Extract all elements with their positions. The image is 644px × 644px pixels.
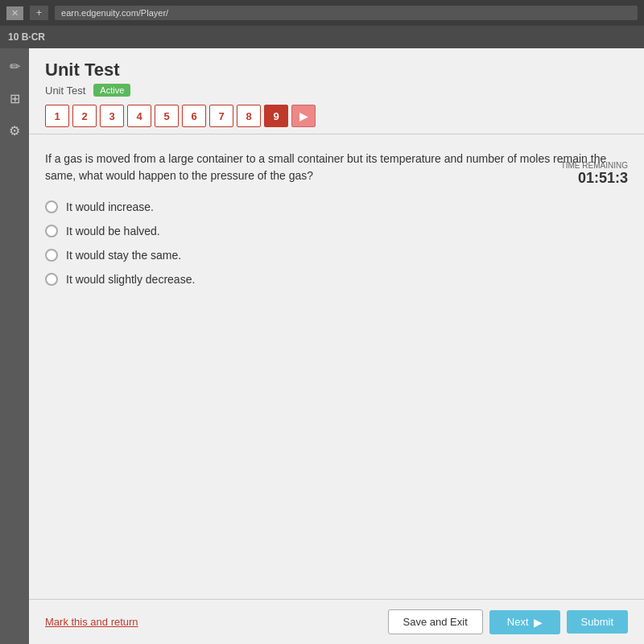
close-tab-button[interactable]: ✕ (6, 6, 23, 20)
question-nav-btn-4[interactable]: 4 (127, 105, 151, 127)
answer-option-1[interactable]: It would increase. (45, 200, 628, 213)
subtitle-row: Unit Test Active (45, 84, 628, 97)
radio-4[interactable] (45, 273, 58, 286)
status-badge: Active (93, 84, 130, 97)
question-nav-btn-6[interactable]: 6 (182, 105, 206, 127)
timer-value: 01:51:3 (561, 170, 628, 187)
content-header: Unit Test Unit Test Active 123456789▶ (29, 48, 644, 134)
question-nav-btn-2[interactable]: 2 (72, 105, 97, 127)
timer-label: TIME REMAINING (561, 161, 628, 170)
answer-text-1: It would increase. (66, 200, 154, 213)
question-nav-btn-7[interactable]: 7 (209, 105, 233, 127)
content-footer: Mark this and return Save and Exit Next … (29, 599, 644, 644)
sidebar: ✏ ⊞ ⚙ (0, 48, 29, 644)
course-code: 10 B·CR (8, 31, 45, 43)
content-area: Unit Test Unit Test Active 123456789▶ TI… (29, 48, 644, 644)
next-arrow-icon: ▶ (534, 616, 543, 629)
calculator-icon[interactable]: ⊞ (5, 89, 24, 108)
answer-option-2[interactable]: It would be halved. (45, 225, 628, 237)
subtitle-label: Unit Test (45, 85, 85, 97)
next-button[interactable]: Next ▶ (489, 610, 560, 634)
timer-area: TIME REMAINING 01:51:3 (561, 161, 628, 187)
next-label: Next (507, 616, 529, 628)
page-title: Unit Test (45, 60, 628, 80)
question-nav: 123456789▶ (45, 105, 628, 127)
question-nav-btn-8[interactable]: 8 (237, 105, 261, 127)
question-text: If a gas is moved from a large container… (45, 151, 628, 184)
address-bar: earn.edgenuity.com/Player/ (55, 6, 638, 20)
submit-button[interactable]: Submit (567, 610, 628, 634)
question-nav-btn-1[interactable]: 1 (45, 105, 69, 127)
gear-icon[interactable]: ⚙ (5, 121, 24, 140)
browser-bar: ✕ + earn.edgenuity.com/Player/ (0, 0, 644, 26)
answer-text-2: It would be halved. (66, 225, 160, 237)
question-body: If a gas is moved from a large container… (29, 134, 644, 599)
new-tab-button[interactable]: + (30, 6, 48, 20)
radio-1[interactable] (45, 200, 58, 213)
question-nav-btn-9[interactable]: 9 (264, 105, 288, 127)
answer-option-4[interactable]: It would slightly decrease. (45, 273, 628, 286)
main-layout: ✏ ⊞ ⚙ Unit Test Unit Test Active 1234567… (0, 48, 644, 644)
radio-2[interactable] (45, 225, 58, 237)
question-nav-next-arrow[interactable]: ▶ (291, 105, 316, 127)
footer-buttons: Save and Exit Next ▶ Submit (388, 609, 628, 634)
pencil-icon[interactable]: ✏ (5, 56, 24, 76)
save-exit-button[interactable]: Save and Exit (388, 609, 483, 634)
mark-return-button[interactable]: Mark this and return (45, 616, 138, 628)
radio-3[interactable] (45, 249, 58, 262)
answers-container: It would increase.It would be halved.It … (45, 200, 628, 286)
top-nav: 10 B·CR (0, 26, 644, 48)
question-nav-btn-5[interactable]: 5 (155, 105, 179, 127)
question-nav-btn-3[interactable]: 3 (100, 105, 124, 127)
answer-text-3: It would stay the same. (66, 249, 181, 262)
answer-option-3[interactable]: It would stay the same. (45, 249, 628, 262)
answer-text-4: It would slightly decrease. (66, 273, 195, 286)
